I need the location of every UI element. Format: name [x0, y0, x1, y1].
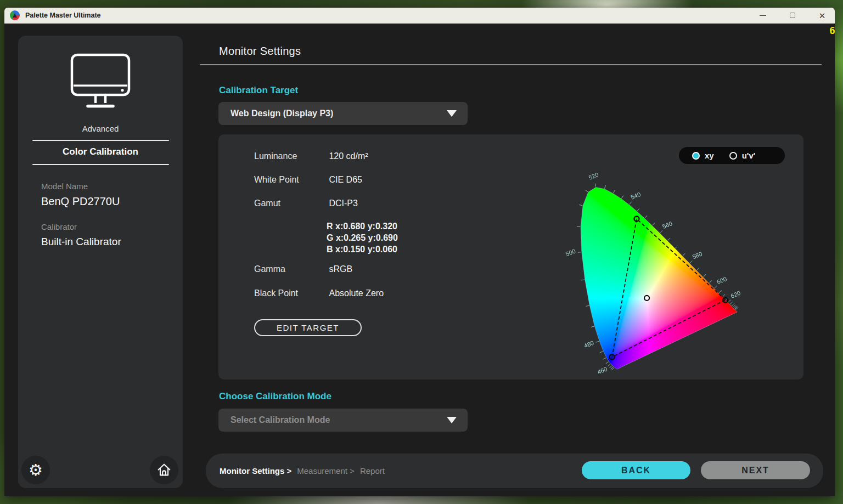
monitor-icon	[62, 52, 139, 110]
luminance-row: Luminance 120 cd/m²	[254, 151, 368, 161]
maximize-icon	[790, 13, 795, 18]
gamut-rgb-coordinates: R x:0.680 y:0.320 G x:0.265 y:0.690 B x:…	[327, 220, 398, 255]
white-point-row: White Point CIE D65	[254, 175, 362, 185]
breadcrumb-monitor-settings: Monitor Settings >	[220, 466, 291, 475]
close-button[interactable]: ✕	[818, 12, 826, 19]
black-point-value: Absolute Zero	[329, 288, 384, 298]
radio-circle-icon	[729, 152, 737, 160]
gear-icon: ⚙	[29, 462, 43, 478]
gamut-red-xy: R x:0.680 y:0.320	[327, 220, 398, 232]
radio-uv-label: u'v'	[742, 151, 756, 160]
minimize-button[interactable]	[759, 12, 767, 19]
footer-bar: Monitor Settings > Measurement > Report …	[206, 454, 823, 488]
gamut-green-xy: G x:0.265 y:0.690	[327, 232, 398, 243]
gamut-value: DCI-P3	[329, 199, 357, 208]
black-point-label: Black Point	[254, 288, 327, 298]
radio-xy-label: xy	[705, 151, 714, 160]
sidebar-divider	[32, 140, 169, 141]
radio-xy[interactable]: xy	[692, 151, 714, 160]
sidebar-section-title: Color Calibration	[18, 146, 183, 157]
minimize-icon	[760, 15, 766, 16]
page-title: Monitor Settings	[219, 45, 301, 58]
home-icon	[156, 462, 172, 478]
gamut-row: Gamut DCI-P3	[254, 199, 358, 208]
gamma-value: sRGB	[329, 264, 352, 274]
radio-uv[interactable]: u'v'	[729, 151, 756, 160]
chevron-down-icon	[447, 417, 457, 423]
model-name-value: BenQ PD2770U	[41, 195, 183, 208]
sidebar: Advanced Color Calibration Model Name Be…	[18, 36, 183, 488]
sidebar-mode-label: Advanced	[18, 124, 183, 133]
breadcrumb-report: Report	[360, 466, 385, 475]
app-logo-icon	[10, 10, 20, 20]
white-point-label: White Point	[254, 175, 327, 185]
breadcrumb: Monitor Settings > Measurement > Report	[220, 454, 385, 488]
sidebar-divider	[32, 164, 169, 165]
maximize-button[interactable]	[789, 12, 796, 19]
chevron-down-icon	[447, 110, 457, 117]
gamut-label: Gamut	[254, 199, 327, 208]
luminance-value: 120 cd/m²	[329, 151, 368, 161]
breadcrumb-measurement: Measurement >	[297, 466, 355, 475]
next-button[interactable]: NEXT	[701, 461, 810, 479]
color-space-toggle: xy u'v'	[679, 147, 785, 164]
calibrator-value: Built-in Calibrator	[41, 236, 183, 248]
app-window: Palette Master Ultimate ✕ 6 Advanced Col…	[4, 8, 835, 496]
close-icon: ✕	[819, 12, 826, 20]
calibration-mode-placeholder: Select Calibration Mode	[231, 415, 330, 425]
calibrator-label: Calibrator	[41, 222, 183, 231]
back-button[interactable]: BACK	[582, 461, 690, 479]
calibration-target-heading: Calibration Target	[219, 85, 298, 96]
edit-target-button[interactable]: EDIT TARGET	[254, 319, 362, 336]
white-point-value: CIE D65	[329, 175, 362, 184]
luminance-label: Luminance	[254, 151, 327, 161]
gamma-label: Gamma	[254, 264, 327, 274]
gamut-blue-xy: B x:0.150 y:0.060	[327, 243, 398, 255]
window-title: Palette Master Ultimate	[25, 12, 101, 19]
overlay-count-badge: 6	[829, 25, 835, 36]
calibration-mode-heading: Choose Calibration Mode	[219, 391, 331, 402]
title-separator	[200, 64, 822, 65]
chromaticity-diagram	[552, 163, 788, 386]
black-point-row: Black Point Absolute Zero	[254, 288, 384, 298]
calibration-target-dropdown[interactable]: Web Design (Display P3)	[218, 102, 468, 125]
radio-circle-icon	[692, 152, 700, 160]
calibration-target-value: Web Design (Display P3)	[231, 109, 333, 118]
gamma-row: Gamma sRGB	[254, 264, 352, 274]
settings-button[interactable]: ⚙	[21, 456, 50, 484]
home-button[interactable]	[150, 456, 178, 484]
target-details-panel: Luminance 120 cd/m² White Point CIE D65 …	[218, 134, 803, 380]
calibration-mode-dropdown[interactable]: Select Calibration Mode	[218, 409, 468, 432]
titlebar: Palette Master Ultimate ✕	[4, 8, 835, 24]
model-name-label: Model Name	[41, 182, 183, 191]
